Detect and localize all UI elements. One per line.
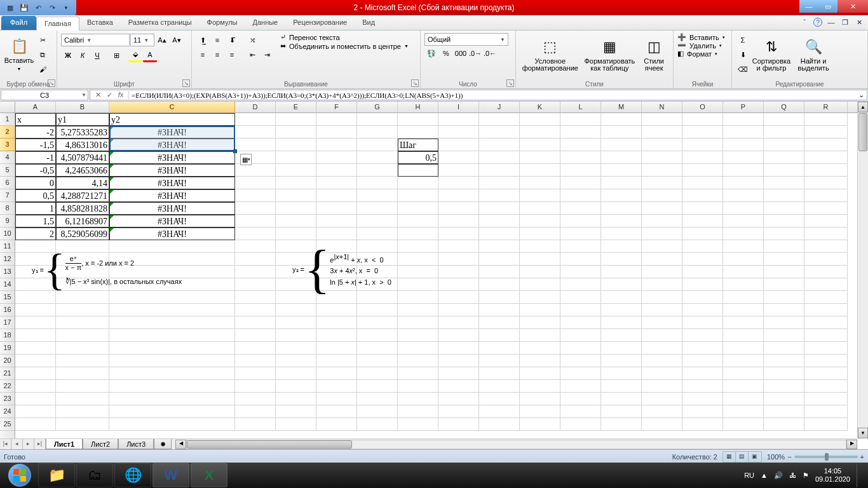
cell-P3[interactable] [723, 139, 764, 151]
cell-D9[interactable] [235, 215, 276, 227]
cell-J2[interactable] [479, 126, 520, 139]
cell-M16[interactable] [601, 304, 642, 316]
cell-E1[interactable] [276, 113, 316, 126]
cell-P5[interactable] [723, 164, 764, 177]
cell-H21[interactable] [398, 367, 438, 380]
align-left-icon[interactable]: ≡ [196, 48, 210, 62]
cell-R4[interactable] [804, 151, 848, 164]
cell-M14[interactable] [601, 278, 642, 291]
cell-E18[interactable] [276, 329, 316, 342]
cell-P20[interactable] [723, 355, 764, 367]
cell-N4[interactable] [642, 151, 682, 164]
cell-A1[interactable]: x [15, 113, 56, 126]
wrap-text-button[interactable]: ⤶ Перенос текста [280, 33, 409, 41]
cell-A7[interactable]: 0,5 [15, 189, 56, 202]
cell-J1[interactable] [479, 113, 520, 126]
col-header-O[interactable]: O [682, 102, 723, 112]
cell-K25[interactable] [520, 418, 560, 431]
col-header-G[interactable]: G [357, 102, 398, 112]
cell-R8[interactable] [804, 202, 848, 215]
row-header-4[interactable]: 4 [0, 151, 15, 164]
cell-R23[interactable] [804, 393, 848, 405]
cell-F3[interactable] [316, 139, 357, 151]
cell-F5[interactable] [316, 164, 357, 177]
cell-C3[interactable]: #ЗНАЧ! [109, 139, 235, 151]
cell-D17[interactable] [235, 316, 276, 329]
cell-Q25[interactable] [764, 418, 804, 431]
cell-D5[interactable] [235, 164, 276, 177]
cell-B24[interactable] [56, 405, 109, 418]
row-header-2[interactable]: 2 [0, 126, 15, 139]
cell-O17[interactable] [682, 316, 723, 329]
cell-M3[interactable] [601, 139, 642, 151]
cell-N5[interactable] [642, 164, 682, 177]
cell-G5[interactable] [357, 164, 398, 177]
cell-C8[interactable]: #ЗНАЧ! [109, 202, 235, 215]
cell-E21[interactable] [276, 367, 316, 380]
col-header-J[interactable]: J [479, 102, 520, 112]
tab-nav-next[interactable]: ▸ [23, 439, 34, 449]
col-header-K[interactable]: K [520, 102, 560, 112]
formula-input[interactable] [129, 92, 856, 99]
cell-D20[interactable] [235, 355, 276, 367]
orientation-icon[interactable]: ⤭ [245, 33, 259, 47]
find-select-button[interactable]: 🔍Найти и выделить [793, 33, 834, 75]
cell-Q6[interactable] [764, 177, 804, 189]
cell-I23[interactable] [438, 393, 479, 405]
cell-J20[interactable] [479, 355, 520, 367]
cell-D23[interactable] [235, 393, 276, 405]
cell-N8[interactable] [642, 202, 682, 215]
cell-A19[interactable] [15, 342, 56, 355]
cell-R19[interactable] [804, 342, 848, 355]
cell-D15[interactable] [235, 291, 276, 304]
cell-I12[interactable] [438, 253, 479, 266]
close-button[interactable]: ✕ [837, 0, 868, 13]
cell-O13[interactable] [682, 266, 723, 278]
cell-R16[interactable] [804, 304, 848, 316]
cell-E9[interactable] [276, 215, 316, 227]
row-header-16[interactable]: 16 [0, 304, 15, 316]
cell-O3[interactable] [682, 139, 723, 151]
cell-Q2[interactable] [764, 126, 804, 139]
tray-volume-icon[interactable]: 🔊 [774, 471, 783, 480]
col-header-I[interactable]: I [438, 102, 479, 112]
cell-I13[interactable] [438, 266, 479, 278]
cell-J19[interactable] [479, 342, 520, 355]
cell-C6[interactable]: #ЗНАЧ! [109, 177, 235, 189]
cell-R3[interactable] [804, 139, 848, 151]
cell-C18[interactable] [109, 329, 235, 342]
cell-I3[interactable] [438, 139, 479, 151]
cell-C7[interactable]: #ЗНАЧ! [109, 189, 235, 202]
cell-P24[interactable] [723, 405, 764, 418]
cell-M9[interactable] [601, 215, 642, 227]
row-header-17[interactable]: 17 [0, 316, 15, 329]
font-size-combo[interactable]: 11▼ [130, 34, 154, 46]
mdi-close-icon[interactable]: ✕ [854, 17, 864, 27]
cell-K20[interactable] [520, 355, 560, 367]
cell-C4[interactable]: #ЗНАЧ! [109, 151, 235, 164]
cell-J23[interactable] [479, 393, 520, 405]
cell-J5[interactable] [479, 164, 520, 177]
row-header-3[interactable]: 3 [0, 139, 15, 151]
cell-C2[interactable]: #ЗНАЧ! [109, 126, 235, 139]
taskbar-excel[interactable]: X [191, 463, 227, 487]
row-header-14[interactable]: 14 [0, 278, 15, 291]
cell-H11[interactable] [398, 240, 438, 253]
cell-P11[interactable] [723, 240, 764, 253]
cell-J7[interactable] [479, 189, 520, 202]
merge-center-button[interactable]: ⬌ Объединить и поместить в центре ▼ [280, 42, 409, 50]
cell-R21[interactable] [804, 367, 848, 380]
cell-H4[interactable]: 0,5 [398, 151, 438, 164]
cell-K12[interactable] [520, 253, 560, 266]
horizontal-scrollbar[interactable]: ◀ ▶ [175, 439, 857, 449]
vscroll-thumb[interactable] [858, 113, 867, 151]
cell-O11[interactable] [682, 240, 723, 253]
taskbar-chrome[interactable]: 🌐 [114, 463, 151, 487]
cell-B2[interactable]: 5,275335283 [56, 126, 109, 139]
cell-F17[interactable] [316, 316, 357, 329]
enter-formula-icon[interactable]: ✓ [104, 91, 114, 99]
cell-Q15[interactable] [764, 291, 804, 304]
row-header-8[interactable]: 8 [0, 202, 15, 215]
cell-K2[interactable] [520, 126, 560, 139]
scroll-down-icon[interactable]: ▼ [858, 428, 868, 438]
